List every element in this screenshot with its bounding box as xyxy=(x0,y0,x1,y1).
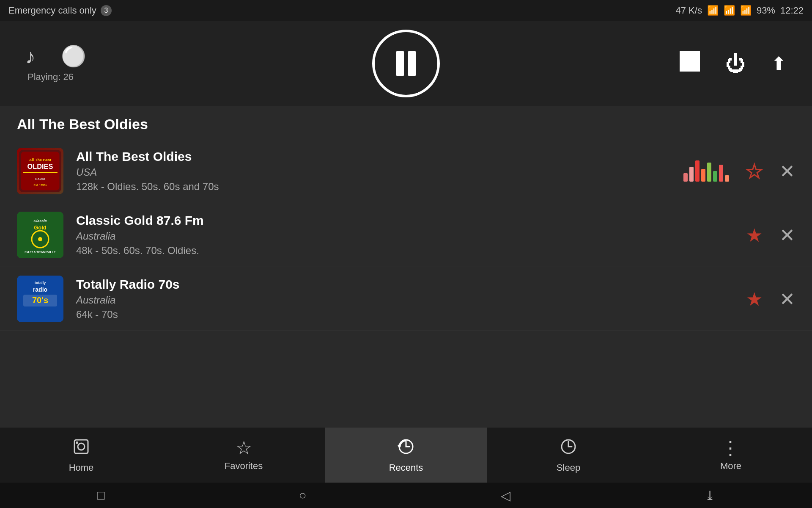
eq-bar xyxy=(713,171,717,182)
station-row: All The Best OLDIES RADIO Est. 1950s All… xyxy=(0,139,812,203)
eq-bar xyxy=(701,169,705,182)
svg-text:totally: totally xyxy=(35,281,46,285)
bottom-nav: Home ☆ Favorites Recents Sleep ⋮ More xyxy=(0,428,812,483)
notification-badge: 3 xyxy=(101,5,112,16)
svg-text:All The Best: All The Best xyxy=(29,158,51,162)
power-button[interactable]: ⏻ xyxy=(725,52,746,75)
bluetooth-icon: 📶 xyxy=(707,5,719,16)
eq-bar xyxy=(707,163,711,182)
svg-point-19 xyxy=(78,443,85,450)
eq-bars xyxy=(683,160,729,182)
nav-item-recents[interactable]: Recents xyxy=(325,428,487,483)
speed-indicator: 47 K/s xyxy=(676,5,702,16)
station-logo-radio70[interactable]: totally radio 70's xyxy=(17,276,63,322)
player-bar: ♪ ⚪ Playing: 26 ⏻ ⬆ xyxy=(0,21,812,106)
remove-button-2[interactable]: ✕ xyxy=(779,224,795,246)
share-button[interactable]: ⬆ xyxy=(771,53,787,75)
station-logo-oldies[interactable]: All The Best OLDIES RADIO Est. 1950s xyxy=(17,148,63,194)
favorite-button-1[interactable]: ★ xyxy=(746,160,763,182)
favorites-label: Favorites xyxy=(225,461,263,472)
eq-bar xyxy=(695,160,700,182)
home-label: Home xyxy=(69,462,94,473)
recents-label: Recents xyxy=(389,462,423,473)
station-desc-1: 128k - Oldies. 50s. 60s and 70s xyxy=(76,181,671,193)
stop-icon-box xyxy=(680,51,700,72)
music-icon[interactable]: ♪ xyxy=(25,45,36,68)
nav-item-favorites[interactable]: ☆ Favorites xyxy=(162,428,325,483)
svg-rect-4 xyxy=(23,172,58,173)
svg-text:RADIO: RADIO xyxy=(35,177,45,181)
svg-text:OLDIES: OLDIES xyxy=(27,163,53,170)
station-country-3: Australia xyxy=(76,294,733,306)
emergency-text: Emergency calls only xyxy=(8,5,96,16)
recents-icon xyxy=(397,437,415,459)
remove-button-3[interactable]: ✕ xyxy=(779,288,795,310)
android-nav: □ ○ ◁ ⤓ xyxy=(0,483,812,508)
svg-text:70's: 70's xyxy=(32,295,48,305)
station-info-radio70: Totally Radio 70s Australia 64k - 70s xyxy=(76,277,733,320)
nav-item-more[interactable]: ⋮ More xyxy=(650,428,812,483)
svg-text:Gold: Gold xyxy=(34,224,47,231)
svg-text:FM 87.6 TOWNSVILLE: FM 87.6 TOWNSVILLE xyxy=(25,251,56,254)
svg-point-11 xyxy=(38,237,42,241)
svg-text:Classic: Classic xyxy=(33,219,47,223)
pause-bar-right xyxy=(408,51,416,76)
time-display: 12:22 xyxy=(780,5,804,16)
nav-item-sleep[interactable]: Sleep xyxy=(487,428,650,483)
player-left: ♪ ⚪ Playing: 26 xyxy=(25,44,86,83)
station-list: All The Best OLDIES RADIO Est. 1950s All… xyxy=(0,139,812,331)
android-square-button[interactable]: □ xyxy=(97,488,104,502)
pause-button[interactable] xyxy=(372,30,440,97)
station-row: totally radio 70's Totally Radio 70s Aus… xyxy=(0,267,812,331)
player-right: ⏻ ⬆ xyxy=(680,51,787,76)
svg-marker-22 xyxy=(398,444,399,447)
station-row: Classic Gold FM 87.6 TOWNSVILLE Classic … xyxy=(0,203,812,267)
sleep-icon xyxy=(559,437,578,459)
station-actions-1: ★ ✕ xyxy=(683,160,795,182)
status-left: Emergency calls only 3 xyxy=(8,5,112,16)
eq-bar xyxy=(725,175,729,182)
more-label: More xyxy=(720,461,741,472)
station-country-1: USA xyxy=(76,166,671,178)
eq-bar xyxy=(689,167,694,182)
favorite-button-2[interactable]: ★ xyxy=(746,224,763,246)
station-name-1: All The Best Oldies xyxy=(76,149,671,164)
more-icon: ⋮ xyxy=(721,439,741,457)
station-name-3: Totally Radio 70s xyxy=(76,277,733,292)
eq-bar xyxy=(719,165,723,182)
station-info-classic-gold: Classic Gold 87.6 Fm Australia 48k - 50s… xyxy=(76,213,733,257)
player-left-icons: ♪ ⚪ xyxy=(25,44,86,68)
svg-text:Est. 1950s: Est. 1950s xyxy=(33,184,47,187)
eq-bar xyxy=(683,173,688,182)
android-back-button[interactable]: ◁ xyxy=(501,488,510,503)
nav-item-home[interactable]: Home xyxy=(0,428,162,483)
battery-text: 93% xyxy=(757,5,775,16)
android-notification-button[interactable]: ⤓ xyxy=(705,488,715,503)
android-home-button[interactable]: ○ xyxy=(299,488,307,502)
section-title: All The Best Oldies xyxy=(0,106,812,139)
signal-icon: 📶 xyxy=(724,5,735,16)
station-actions-3: ★ ✕ xyxy=(746,288,795,310)
svg-rect-20 xyxy=(76,442,78,444)
station-logo-classic-gold[interactable]: Classic Gold FM 87.6 TOWNSVILLE xyxy=(17,212,63,258)
remove-button-1[interactable]: ✕ xyxy=(779,160,795,182)
favorite-button-3[interactable]: ★ xyxy=(746,288,763,310)
station-country-2: Australia xyxy=(76,230,733,242)
playing-text: Playing: 26 xyxy=(27,72,74,83)
stop-button[interactable] xyxy=(680,51,700,76)
wifi-icon: 📶 xyxy=(740,5,752,16)
status-bar: Emergency calls only 3 47 K/s 📶 📶 📶 93% … xyxy=(0,0,812,21)
station-desc-2: 48k - 50s. 60s. 70s. Oldies. xyxy=(76,245,733,257)
svg-text:radio: radio xyxy=(33,286,47,293)
station-info-oldies: All The Best Oldies USA 128k - Oldies. 5… xyxy=(76,149,671,193)
status-right: 47 K/s 📶 📶 📶 93% 12:22 xyxy=(676,5,804,16)
station-desc-3: 64k - 70s xyxy=(76,309,733,320)
pause-bar-left xyxy=(396,51,404,76)
globe-icon[interactable]: ⚪ xyxy=(61,44,86,68)
station-name-2: Classic Gold 87.6 Fm xyxy=(76,213,733,228)
pause-icon xyxy=(396,51,416,76)
home-icon xyxy=(72,437,91,459)
station-actions-2: ★ ✕ xyxy=(746,224,795,246)
favorites-icon: ☆ xyxy=(236,439,252,457)
sleep-label: Sleep xyxy=(557,462,580,473)
